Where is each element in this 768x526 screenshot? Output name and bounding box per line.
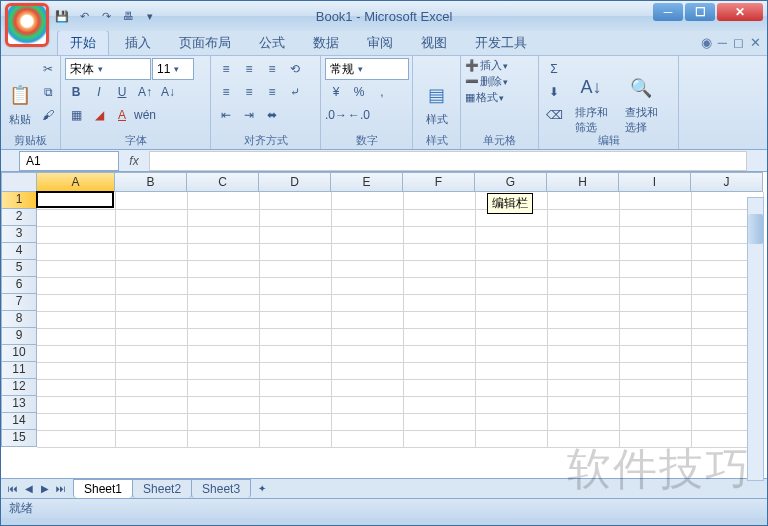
border-icon[interactable]: ▦ — [65, 104, 87, 126]
column-header[interactable]: E — [331, 172, 403, 192]
new-sheet-icon[interactable]: ✦ — [254, 481, 270, 497]
percent-icon[interactable]: % — [348, 81, 370, 103]
tab-nav-prev-icon[interactable]: ◀ — [21, 481, 37, 497]
row-header[interactable]: 13 — [1, 396, 37, 413]
underline-button[interactable]: U — [111, 81, 133, 103]
copy-icon[interactable]: ⧉ — [37, 81, 59, 103]
tab-视图[interactable]: 视图 — [409, 31, 459, 55]
active-cell[interactable] — [36, 191, 114, 208]
align-center-icon[interactable]: ≡ — [238, 81, 260, 103]
row-header[interactable]: 4 — [1, 243, 37, 260]
tab-开始[interactable]: 开始 — [57, 30, 109, 55]
row-header[interactable]: 9 — [1, 328, 37, 345]
clipboard-icon: 📋 — [5, 80, 35, 110]
sheet-tab[interactable]: Sheet2 — [132, 479, 192, 498]
row-header[interactable]: 2 — [1, 209, 37, 226]
tab-开发工具[interactable]: 开发工具 — [463, 31, 539, 55]
row-header[interactable]: 6 — [1, 277, 37, 294]
row-header[interactable]: 5 — [1, 260, 37, 277]
vertical-scrollbar[interactable] — [747, 197, 764, 481]
row-header[interactable]: 3 — [1, 226, 37, 243]
fill-color-icon[interactable]: ◢ — [88, 104, 110, 126]
row-header[interactable]: 12 — [1, 379, 37, 396]
name-box[interactable]: A1 — [19, 151, 119, 171]
increase-decimal-icon[interactable]: .0→ — [325, 104, 347, 126]
align-middle-icon[interactable]: ≡ — [238, 58, 260, 80]
tab-插入[interactable]: 插入 — [113, 31, 163, 55]
italic-button[interactable]: I — [88, 81, 110, 103]
orientation-icon[interactable]: ⟲ — [284, 58, 306, 80]
font-name-combo[interactable]: 宋体▾ — [65, 58, 151, 80]
worksheet-grid[interactable]: ABCDEFGHIJ 123456789101112131415 — [1, 172, 767, 478]
maximize-button[interactable]: ☐ — [685, 3, 715, 21]
office-button[interactable] — [5, 3, 49, 47]
tab-数据[interactable]: 数据 — [301, 31, 351, 55]
formula-input[interactable] — [149, 151, 747, 171]
tab-nav-last-icon[interactable]: ⏭ — [53, 481, 69, 497]
phonetic-icon[interactable]: wén — [134, 104, 156, 126]
font-color-icon[interactable]: A — [111, 104, 133, 126]
bold-button[interactable]: B — [65, 81, 87, 103]
doc-close-icon[interactable]: ✕ — [750, 35, 761, 50]
fill-icon[interactable]: ⬇ — [543, 81, 565, 103]
row-header[interactable]: 14 — [1, 413, 37, 430]
fx-icon[interactable]: fx — [119, 154, 149, 168]
font-size-combo[interactable]: 11▾ — [152, 58, 194, 80]
column-header[interactable]: F — [403, 172, 475, 192]
tab-公式[interactable]: 公式 — [247, 31, 297, 55]
cut-icon[interactable]: ✂ — [37, 58, 59, 80]
merge-cells-icon[interactable]: ⬌ — [261, 104, 283, 126]
tab-nav-first-icon[interactable]: ⏮ — [5, 481, 21, 497]
tab-nav-next-icon[interactable]: ▶ — [37, 481, 53, 497]
increase-indent-icon[interactable]: ⇥ — [238, 104, 260, 126]
wrap-text-icon[interactable]: ⤶ — [284, 81, 306, 103]
align-top-icon[interactable]: ≡ — [215, 58, 237, 80]
currency-icon[interactable]: ¥ — [325, 81, 347, 103]
qat-dropdown-icon[interactable]: ▾ — [141, 7, 159, 25]
format-button[interactable]: ▦格式▾ — [465, 90, 534, 105]
doc-restore-icon[interactable]: ◻ — [733, 35, 744, 50]
autosum-icon[interactable]: Σ — [543, 58, 565, 80]
group-label-font: 字体 — [61, 133, 210, 148]
column-header[interactable]: C — [187, 172, 259, 192]
select-all-button[interactable] — [1, 172, 37, 192]
tab-页面布局[interactable]: 页面布局 — [167, 31, 243, 55]
column-header[interactable]: D — [259, 172, 331, 192]
row-header[interactable]: 1 — [1, 192, 37, 209]
print-icon[interactable]: 🖶 — [119, 7, 137, 25]
sheet-tab[interactable]: Sheet1 — [73, 479, 133, 498]
decrease-decimal-icon[interactable]: ←.0 — [348, 104, 370, 126]
format-painter-icon[interactable]: 🖌 — [37, 104, 59, 126]
row-header[interactable]: 11 — [1, 362, 37, 379]
row-header[interactable]: 8 — [1, 311, 37, 328]
help-icon[interactable]: ◉ — [701, 35, 712, 50]
close-button[interactable]: ✕ — [717, 3, 763, 21]
row-header[interactable]: 15 — [1, 430, 37, 447]
row-header[interactable]: 10 — [1, 345, 37, 362]
undo-icon[interactable]: ↶ — [75, 7, 93, 25]
shrink-font-icon[interactable]: A↓ — [157, 81, 179, 103]
clear-icon[interactable]: ⌫ — [543, 104, 565, 126]
doc-minimize-icon[interactable]: ─ — [718, 35, 727, 50]
column-header[interactable]: A — [37, 172, 115, 192]
align-right-icon[interactable]: ≡ — [261, 81, 283, 103]
minimize-button[interactable]: ─ — [653, 3, 683, 21]
grow-font-icon[interactable]: A↑ — [134, 81, 156, 103]
insert-button[interactable]: ➕插入▾ — [465, 58, 534, 73]
decrease-indent-icon[interactable]: ⇤ — [215, 104, 237, 126]
align-left-icon[interactable]: ≡ — [215, 81, 237, 103]
column-header[interactable]: B — [115, 172, 187, 192]
column-header[interactable]: G — [475, 172, 547, 192]
align-bottom-icon[interactable]: ≡ — [261, 58, 283, 80]
row-header[interactable]: 7 — [1, 294, 37, 311]
delete-button[interactable]: ➖删除▾ — [465, 74, 534, 89]
column-header[interactable]: H — [547, 172, 619, 192]
column-header[interactable]: I — [619, 172, 691, 192]
redo-icon[interactable]: ↷ — [97, 7, 115, 25]
number-format-combo[interactable]: 常规▾ — [325, 58, 409, 80]
sheet-tab[interactable]: Sheet3 — [191, 479, 251, 498]
tab-审阅[interactable]: 审阅 — [355, 31, 405, 55]
column-header[interactable]: J — [691, 172, 763, 192]
save-icon[interactable]: 💾 — [53, 7, 71, 25]
comma-icon[interactable]: , — [371, 81, 393, 103]
